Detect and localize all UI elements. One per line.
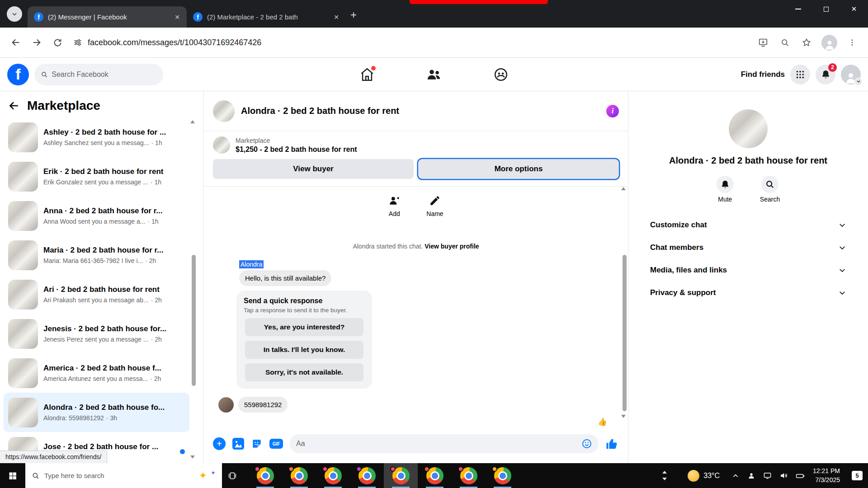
browser-menu-button[interactable] <box>843 33 862 52</box>
messages-scrollbar-thumb[interactable] <box>623 255 627 411</box>
message-input[interactable] <box>296 440 577 448</box>
scrollbar-up-arrow[interactable] <box>621 187 626 190</box>
more-options-button[interactable]: More options <box>418 159 619 179</box>
tab-search-button[interactable] <box>7 6 22 22</box>
open-more-actions-button[interactable]: + <box>213 437 226 450</box>
mute-button[interactable]: Mute <box>717 176 734 203</box>
back-button[interactable] <box>6 33 25 52</box>
scroll-up-icon[interactable] <box>662 471 667 474</box>
conversation-item[interactable]: America · 2 bed 2 bath house f... Americ… <box>4 353 189 393</box>
conversation-item[interactable]: Ashley · 2 bed 2 bath house for ... Ashl… <box>4 117 189 157</box>
facebook-logo[interactable]: f <box>7 64 29 85</box>
apps-menu-button[interactable] <box>790 65 810 84</box>
url-text[interactable]: facebook.com/messages/t/1004307169246742… <box>88 38 261 47</box>
tab-close-icon[interactable]: ✕ <box>331 12 341 22</box>
browser-profile-avatar[interactable] <box>821 35 837 51</box>
weather-widget[interactable]: 33°C <box>688 470 720 482</box>
taskbar-scroll-arrows[interactable] <box>662 471 667 480</box>
search-highlights-icon[interactable]: ✦ <box>199 471 207 481</box>
details-section-row[interactable]: Privacy & support <box>647 282 849 304</box>
facebook-search[interactable] <box>34 64 163 85</box>
taskbar-chrome-window[interactable] <box>384 463 418 488</box>
conversation-item[interactable]: Alondra · 2 bed 2 bath house fo... Alond… <box>4 393 189 432</box>
attach-image-icon[interactable] <box>232 438 244 450</box>
like-button-icon[interactable] <box>605 437 619 450</box>
taskbar-clock[interactable]: 12:21 PM 7/3/2025 <box>813 467 840 484</box>
taskbar-chrome-window[interactable] <box>316 463 350 488</box>
install-app-button[interactable] <box>754 33 773 52</box>
back-arrow-icon[interactable] <box>8 100 20 112</box>
quick-response-option[interactable]: In talks. I'll let you know. <box>245 341 363 359</box>
incoming-message-bubble[interactable]: Hello, is this still available? <box>239 270 331 286</box>
scrollbar-up-arrow[interactable] <box>190 120 195 123</box>
conversation-item[interactable]: Jenesis · 2 bed 2 bath house for... Jene… <box>4 314 189 353</box>
close-button[interactable]: ✕ <box>840 0 868 18</box>
taskbar-chrome-window[interactable] <box>486 463 519 488</box>
message-input-pill[interactable] <box>290 434 599 453</box>
browser-tab-messenger[interactable]: f (2) Messenger | Facebook ✕ <box>28 6 187 28</box>
emoji-icon[interactable] <box>581 438 592 449</box>
conversation-item[interactable]: Anna · 2 bed 2 bath house for r... Anna … <box>4 196 189 235</box>
task-view-button[interactable] <box>222 463 243 488</box>
scroll-down-icon[interactable] <box>662 478 667 480</box>
tray-volume-icon[interactable] <box>779 471 788 480</box>
search-in-chat-button[interactable]: Search <box>760 176 780 203</box>
quick-response-option[interactable]: Sorry, it's not available. <box>245 363 363 381</box>
search-icon <box>41 70 48 79</box>
name-chat-action[interactable]: Name <box>426 195 443 217</box>
nav-groups-tab[interactable] <box>492 66 510 84</box>
conversation-item[interactable]: Maria · 2 bed 2 bath house for r... Mari… <box>4 235 189 275</box>
gif-icon[interactable]: GIF <box>269 439 283 449</box>
scrollbar-down-arrow[interactable] <box>621 415 626 418</box>
windows-search-box[interactable]: ✦ ✦ <box>25 463 222 488</box>
conversation-info-button[interactable]: i <box>606 105 619 117</box>
forward-button[interactable] <box>27 33 46 52</box>
quick-response-option[interactable]: Yes, are you interested? <box>245 318 363 336</box>
notifications-button[interactable]: 2 <box>816 65 835 84</box>
facebook-search-input[interactable] <box>52 70 157 79</box>
conversation-time: · 3h <box>106 414 117 422</box>
details-section-row[interactable]: Media, files and links <box>647 259 849 282</box>
scrollbar-down-arrow[interactable] <box>190 455 195 459</box>
sidebar-scrollbar-thumb[interactable] <box>192 255 196 386</box>
minimize-button[interactable] <box>784 0 812 18</box>
taskbar-chrome-window[interactable] <box>248 463 282 488</box>
incoming-message-bubble[interactable]: 5598981292 <box>238 397 288 413</box>
reload-button[interactable] <box>48 33 67 52</box>
view-buyer-button[interactable]: View buyer <box>213 159 414 179</box>
browser-tab-marketplace[interactable]: f (2) Marketplace - 2 bed 2 bath ✕ <box>187 6 346 28</box>
find-friends-link[interactable]: Find friends <box>741 70 785 79</box>
tray-person-icon[interactable] <box>747 472 755 480</box>
new-tab-button[interactable]: + <box>350 9 357 20</box>
restore-button[interactable] <box>812 0 840 18</box>
add-people-action[interactable]: Add <box>388 195 400 217</box>
nav-friends-tab[interactable] <box>425 66 443 84</box>
mute-label: Mute <box>718 196 732 203</box>
bookmark-button[interactable] <box>797 33 816 52</box>
tray-display-icon[interactable] <box>763 471 772 480</box>
chat-avatar[interactable] <box>213 100 235 122</box>
omnibox[interactable]: facebook.com/messages/t/1004307169246742… <box>69 38 752 47</box>
conversation-item[interactable]: Ari · 2 bed 2 bath house for rent Ari Pr… <box>4 275 189 314</box>
tab-close-icon[interactable]: ✕ <box>172 12 182 22</box>
site-settings-icon[interactable] <box>73 38 82 47</box>
account-avatar[interactable] <box>841 65 861 84</box>
conversation-item[interactable]: Erik · 2 bed 2 bath house for rent Erik … <box>4 157 189 196</box>
tray-battery-icon[interactable] <box>796 471 805 480</box>
search-tabs-button[interactable] <box>775 33 794 52</box>
taskbar-chrome-window[interactable] <box>418 463 452 488</box>
view-buyer-profile-link[interactable]: View buyer profile <box>425 243 479 250</box>
tray-chevron-up-icon[interactable] <box>731 472 740 480</box>
details-section-row[interactable]: Customize chat <box>647 214 849 236</box>
taskbar-chrome-window[interactable] <box>282 463 316 488</box>
taskbar-chrome-window[interactable] <box>452 463 486 488</box>
start-button[interactable] <box>0 463 25 488</box>
search-highlights-icon-small: ✦ <box>211 470 216 476</box>
details-avatar[interactable] <box>729 109 768 148</box>
action-center-button[interactable]: 5 <box>846 463 868 488</box>
nav-home-tab[interactable] <box>358 66 376 84</box>
windows-search-input[interactable] <box>44 472 194 479</box>
details-section-row[interactable]: Chat members <box>647 236 849 259</box>
sticker-icon[interactable] <box>251 438 263 450</box>
taskbar-chrome-window[interactable] <box>350 463 384 488</box>
